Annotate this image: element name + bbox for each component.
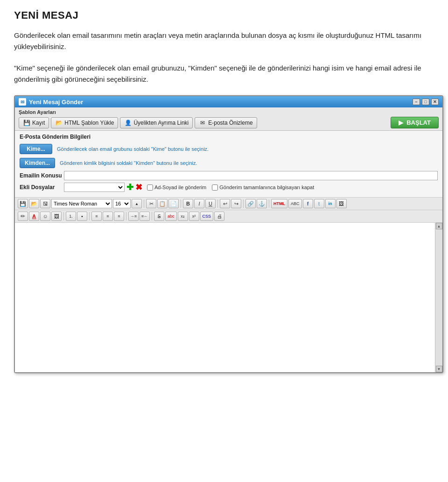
html-sablon-yukle-button[interactable]: 📂 HTML Şablon Yükle	[51, 117, 118, 128]
ed-underline-btn[interactable]: U	[205, 199, 216, 208]
uyelik-link-button[interactable]: 👤 Üyelikten Ayrıma Linki	[120, 117, 193, 128]
ed-paste-btn[interactable]: 📄	[168, 199, 179, 208]
sep7	[89, 212, 90, 220]
ekli-row: Ekli Dosyalar ✚ ✖ Ad-Soyad ile gönderim …	[20, 182, 438, 192]
email-icon: ✉	[199, 119, 206, 127]
ed-css-btn[interactable]: CSS	[200, 212, 214, 221]
scroll-thumb	[435, 229, 442, 366]
ed-fb-btn[interactable]: f	[303, 199, 313, 208]
ed-tw-btn[interactable]: t	[314, 199, 324, 208]
sablon-section-label: Şablon Ayarları	[19, 109, 439, 115]
ed-link-btn[interactable]: 🔗	[245, 199, 256, 208]
kime-row: Kime... Gönderilecek olan email grubunu …	[20, 143, 438, 155]
ed-cut-btn[interactable]: ✂	[146, 199, 156, 208]
ed-indent-out-btn[interactable]: ≡←	[140, 212, 150, 221]
editor-content-area[interactable]	[15, 223, 442, 372]
ed-ol-btn[interactable]: 1.	[66, 212, 76, 221]
ed-open-btn[interactable]: 📂	[29, 199, 39, 208]
window-controls[interactable]: − □ ✕	[413, 99, 439, 105]
konu-row: Emailin Konusu	[20, 171, 438, 180]
ed-li-btn[interactable]: in	[325, 199, 336, 208]
ed-align-center-btn[interactable]: ≡	[103, 212, 113, 221]
ed-ul-btn[interactable]: •	[77, 212, 87, 221]
ekli-add-icon[interactable]: ✚	[126, 182, 133, 192]
ed-img-btn[interactable]: 🖼	[336, 199, 347, 208]
adsoyad-checkbox-label[interactable]: Ad-Soyad ile gönderim	[147, 184, 206, 191]
window-maximize[interactable]: □	[422, 99, 429, 105]
ed-align-right-btn[interactable]: ≡	[114, 212, 124, 221]
adsoyad-checkbox[interactable]	[147, 184, 153, 191]
editor-tb-row1: 💾 📂 🖫 Times New Roman 16 ▲ ✂ 📋 📄 B I U ↩…	[18, 199, 440, 208]
ed-pen-btn[interactable]: ✏	[18, 212, 28, 221]
sablon-toolbar: Şablon Ayarları 💾 Kayıt 📂 HTML Şablon Yü…	[15, 107, 442, 131]
eposta-section-title: E-Posta Gönderim Bilgileri	[20, 134, 438, 140]
ed-sub-btn[interactable]: x₂	[178, 212, 188, 221]
bilgisayar-checkbox[interactable]	[212, 184, 218, 191]
page-description-2: "Kime" seçeneği ile gönderilecek olan em…	[14, 63, 434, 85]
ed-bold-btn[interactable]: B	[183, 199, 193, 208]
kayit-button[interactable]: 💾 Kayıt	[19, 117, 49, 128]
editor-toolbar-row1: 💾 📂 🖫 Times New Roman 16 ▲ ✂ 📋 📄 B I U ↩…	[15, 198, 442, 210]
page-description-1: Gönderilecek olan email tasarımını metin…	[14, 30, 434, 52]
sep4	[243, 199, 244, 208]
ed-redo-btn[interactable]: ↪	[231, 199, 241, 208]
kimden-row: Kimden... Gönderen kimlik bilgisini sold…	[20, 157, 438, 169]
eposta-section: E-Posta Gönderim Bilgileri Kime... Gönde…	[15, 131, 442, 198]
window-title: Yeni Mesaj Gönder	[29, 99, 83, 106]
ed-strike-btn[interactable]: S	[154, 212, 164, 221]
sep8	[126, 212, 126, 220]
ekli-del-icon[interactable]: ✖	[135, 182, 142, 192]
konu-label: Emailin Konusu	[20, 172, 64, 179]
ed-undo-btn[interactable]: ↩	[220, 199, 230, 208]
baslat-button[interactable]: ▶ BAŞLAT	[391, 117, 439, 128]
font-select[interactable]: Times New Roman	[51, 199, 112, 208]
user-icon: 👤	[124, 119, 132, 127]
scroll-down-arrow[interactable]: ▼	[436, 366, 442, 372]
ed-spell-btn[interactable]: abc	[165, 212, 177, 221]
ed-color-btn[interactable]: A	[29, 212, 39, 221]
ed-saveas-btn[interactable]: 🖫	[40, 199, 50, 208]
sep3	[217, 199, 218, 208]
ekli-controls: ✚ ✖	[64, 182, 142, 192]
kimden-button[interactable]: Kimden...	[20, 158, 55, 168]
editor-tb-row2: ✏ A ☺ 🖼 1. • ≡ ≡ ≡ →≡ ≡← S abc x₂ x² CSS…	[18, 212, 440, 221]
scroll-up-arrow[interactable]: ▲	[436, 223, 442, 229]
page-heading: YENİ MESAJ	[14, 9, 434, 21]
ed-sup-btn[interactable]: x²	[189, 212, 199, 221]
editor-scrollbar[interactable]: ▲ ▼	[435, 223, 442, 372]
checkbox-group: Ad-Soyad ile gönderim Gönderim tamamlanı…	[147, 184, 314, 191]
sep2	[181, 199, 181, 208]
kimden-hint: Gönderen kimlik bilgisini soldaki "Kimde…	[60, 160, 197, 166]
ed-italic-btn[interactable]: I	[194, 199, 204, 208]
ed-print-btn[interactable]: 🖨	[214, 212, 224, 221]
ekli-select[interactable]	[64, 183, 125, 192]
folder-icon: 📂	[55, 119, 63, 127]
window-titlebar: ✉ Yeni Mesaj Gönder − □ ✕	[15, 96, 442, 107]
konu-input[interactable]	[64, 171, 438, 180]
bilgisayar-checkbox-label[interactable]: Gönderim tamamlanınca bilgisayarı kapat	[212, 184, 314, 191]
ekli-label: Ekli Dosyalar	[20, 184, 64, 191]
window-icon: ✉	[19, 98, 26, 106]
sep1	[144, 199, 144, 208]
ed-save-btn[interactable]: 💾	[18, 199, 28, 208]
ed-smiley-btn[interactable]: ☺	[40, 212, 50, 221]
ed-abc-btn[interactable]: ABC	[288, 199, 302, 208]
kime-button[interactable]: Kime...	[20, 144, 52, 154]
size-select[interactable]: 16	[113, 199, 131, 208]
editor-toolbar-row2: ✏ A ☺ 🖼 1. • ≡ ≡ ≡ →≡ ≡← S abc x₂ x² CSS…	[15, 210, 442, 223]
window-minimize[interactable]: −	[413, 99, 420, 105]
ed-align-left-btn[interactable]: ≡	[91, 212, 102, 221]
ed-copy-btn[interactable]: 📋	[157, 199, 168, 208]
ed-anchor-btn[interactable]: ⚓	[257, 199, 267, 208]
ed-img2-btn[interactable]: 🖼	[51, 212, 62, 221]
ed-indent-in-btn[interactable]: →≡	[128, 212, 139, 221]
sablon-buttons-row: 💾 Kayıt 📂 HTML Şablon Yükle 👤 Üyelikten …	[19, 117, 439, 128]
sep6	[63, 212, 64, 220]
window-title-area: ✉ Yeni Mesaj Gönder	[19, 98, 83, 106]
window-close[interactable]: ✕	[431, 99, 439, 105]
sep5	[269, 199, 269, 208]
kime-hint: Gönderilecek olan email grubunu soldaki …	[57, 146, 209, 152]
eposta-onizleme-button[interactable]: ✉ E-posta Önizleme	[195, 117, 257, 128]
ed-html-btn[interactable]: HTML	[271, 199, 287, 208]
ed-size-up-btn[interactable]: ▲	[132, 199, 142, 208]
